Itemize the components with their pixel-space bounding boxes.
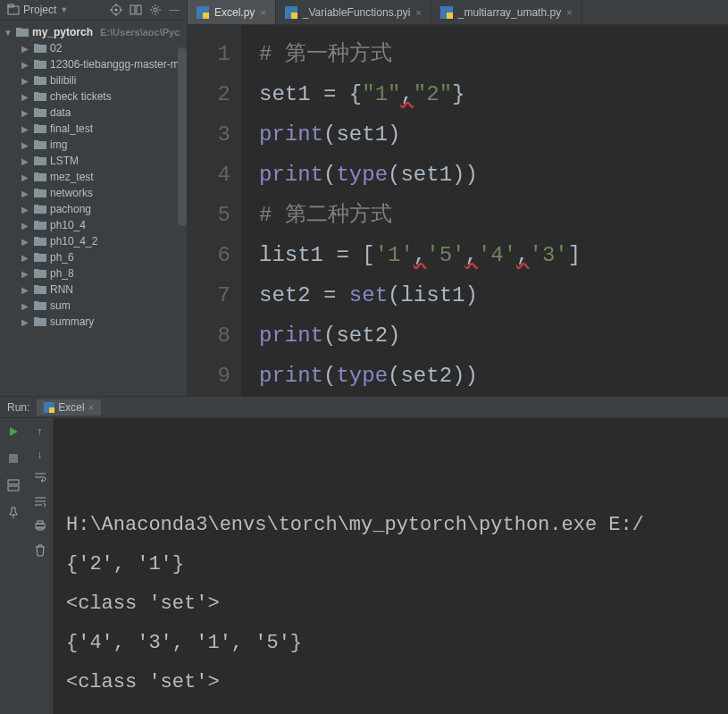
tree-item[interactable]: ▶mez_test	[0, 169, 187, 185]
close-icon[interactable]: ×	[566, 7, 572, 18]
code-line[interactable]: print(type(set1))	[259, 155, 728, 195]
collapse-icon[interactable]: —	[169, 4, 180, 16]
code-line[interactable]: print(set2)	[259, 315, 728, 356]
folder-icon	[34, 43, 46, 54]
tree-item[interactable]: ▶summary	[0, 314, 187, 330]
tree-item[interactable]: ▶ph_8	[0, 265, 187, 281]
tree-root[interactable]: ▼ my_pytorch E:\Users\aoc\Pyc	[0, 24, 187, 40]
tree-item[interactable]: ▶02	[0, 40, 187, 56]
tree-item[interactable]: ▶img	[0, 137, 187, 153]
code-line[interactable]: # 第一种方式	[259, 34, 728, 74]
code-line[interactable]: set1 = {"1","2"}	[259, 74, 728, 114]
line-number: 5	[188, 195, 230, 235]
run-header: Run: Excel ×	[0, 397, 728, 418]
python-file-icon	[285, 6, 297, 19]
collapse-arrow-icon[interactable]: ▶	[21, 253, 30, 263]
collapse-arrow-icon[interactable]: ▶	[21, 92, 30, 102]
tree-item[interactable]: ▶LSTM	[0, 153, 187, 169]
play-icon[interactable]	[7, 425, 20, 441]
tab-label: _VariableFunctions.pyi	[303, 6, 411, 19]
line-number: 4	[188, 155, 230, 195]
code-line[interactable]: list1 = ['1','5','4','3']	[259, 235, 728, 275]
python-file-icon	[197, 6, 209, 19]
soft-wrap-icon[interactable]	[34, 472, 46, 485]
editor-area: Excel.py×_VariableFunctions.pyi×_multiar…	[188, 0, 728, 396]
collapse-arrow-icon[interactable]: ▶	[21, 156, 30, 166]
tree-item[interactable]: ▶final_test	[0, 121, 187, 137]
tree-item[interactable]: ▶networks	[0, 185, 187, 201]
folder-icon	[34, 252, 46, 263]
tree-item[interactable]: ▶pachong	[0, 201, 187, 217]
svg-rect-18	[49, 407, 54, 413]
code-line[interactable]: print(set1)	[259, 114, 728, 155]
expand-arrow-icon[interactable]: ▼	[4, 28, 13, 38]
tree-item[interactable]: ▶ph10_4	[0, 217, 187, 233]
up-arrow-icon[interactable]: ↑	[38, 425, 43, 438]
scrollbar[interactable]	[178, 47, 187, 226]
tree-item[interactable]: ▶ph_6	[0, 249, 187, 265]
print-icon[interactable]	[34, 520, 46, 533]
folder-icon	[34, 188, 46, 198]
editor-tab[interactable]: _multiarray_umath.py×	[431, 0, 582, 24]
collapse-arrow-icon[interactable]: ▶	[21, 60, 30, 70]
collapse-arrow-icon[interactable]: ▶	[21, 76, 30, 86]
tree-item[interactable]: ▶bilibili	[0, 72, 187, 88]
collapse-arrow-icon[interactable]: ▶	[21, 44, 30, 54]
gear-icon[interactable]	[149, 4, 162, 16]
run-toolbar-right: ↑ ↓	[27, 418, 54, 714]
code-line[interactable]: print(type(set2))	[259, 356, 728, 396]
project-tree[interactable]: ▼ my_pytorch E:\Users\aoc\Pyc ▶02▶12306-…	[0, 21, 187, 396]
tree-item-label: networks	[50, 187, 93, 199]
line-gutter: 123456789	[188, 25, 241, 396]
code-content[interactable]: # 第一种方式set1 = {"1","2"}print(set1)print(…	[241, 25, 728, 396]
tree-item-label: summary	[50, 315, 94, 328]
chevron-down-icon: ▼	[60, 5, 68, 14]
close-icon[interactable]: ×	[260, 7, 265, 18]
collapse-arrow-icon[interactable]: ▶	[21, 189, 30, 198]
stop-icon[interactable]	[8, 453, 19, 466]
collapse-arrow-icon[interactable]: ▶	[21, 301, 30, 311]
code-line[interactable]: set2 = set(list1)	[259, 275, 728, 315]
collapse-arrow-icon[interactable]: ▶	[21, 317, 30, 327]
collapse-arrow-icon[interactable]: ▶	[21, 172, 30, 182]
trash-icon[interactable]	[35, 544, 46, 559]
pin-icon[interactable]	[7, 507, 20, 522]
tree-item[interactable]: ▶data	[0, 105, 187, 121]
tree-item[interactable]: ▶check tickets	[0, 88, 187, 105]
folder-icon	[34, 59, 46, 70]
editor-tab[interactable]: Excel.py×	[188, 0, 276, 24]
tree-item[interactable]: ▶RNN	[0, 281, 187, 298]
close-icon[interactable]: ×	[88, 402, 94, 413]
folder-icon	[34, 155, 46, 166]
tree-item[interactable]: ▶sum	[0, 298, 187, 314]
collapse-arrow-icon[interactable]: ▶	[21, 124, 30, 134]
scroll-icon[interactable]	[34, 496, 46, 509]
tree-item[interactable]: ▶ph10_4_2	[0, 233, 187, 249]
collapse-arrow-icon[interactable]: ▶	[21, 269, 30, 279]
project-dropdown[interactable]: Project ▼	[7, 4, 68, 16]
code-line[interactable]: # 第二种方式	[259, 195, 728, 235]
collapse-arrow-icon[interactable]: ▶	[21, 205, 30, 214]
project-header: Project ▼ —	[0, 0, 187, 21]
tab-label: Excel.py	[214, 6, 255, 19]
layout-icon[interactable]	[7, 479, 20, 494]
editor-tab[interactable]: _VariableFunctions.pyi×	[276, 0, 431, 24]
tree-item[interactable]: ▶12306-tiebanggg-master-m	[0, 56, 187, 72]
project-title: Project	[23, 4, 56, 16]
svg-rect-19	[9, 454, 18, 463]
run-tab[interactable]: Excel ×	[37, 399, 101, 416]
close-icon[interactable]: ×	[415, 7, 421, 18]
down-arrow-icon[interactable]: ↓	[38, 449, 43, 461]
tree-item-label: final_test	[50, 122, 93, 135]
collapse-arrow-icon[interactable]: ▶	[21, 140, 30, 150]
code-editor[interactable]: 123456789 # 第一种方式set1 = {"1","2"}print(s…	[188, 25, 728, 396]
collapse-arrow-icon[interactable]: ▶	[21, 108, 30, 118]
run-output[interactable]: H:\Anaconda3\envs\torch\my_pytorch\pytho…	[54, 418, 728, 714]
target-icon[interactable]	[110, 4, 122, 16]
tree-item-label: sum	[50, 299, 71, 312]
folder-icon	[34, 75, 46, 86]
collapse-arrow-icon[interactable]: ▶	[21, 285, 30, 295]
collapse-arrow-icon[interactable]: ▶	[21, 221, 30, 231]
collapse-arrow-icon[interactable]: ▶	[21, 237, 30, 247]
split-icon[interactable]	[130, 4, 142, 16]
